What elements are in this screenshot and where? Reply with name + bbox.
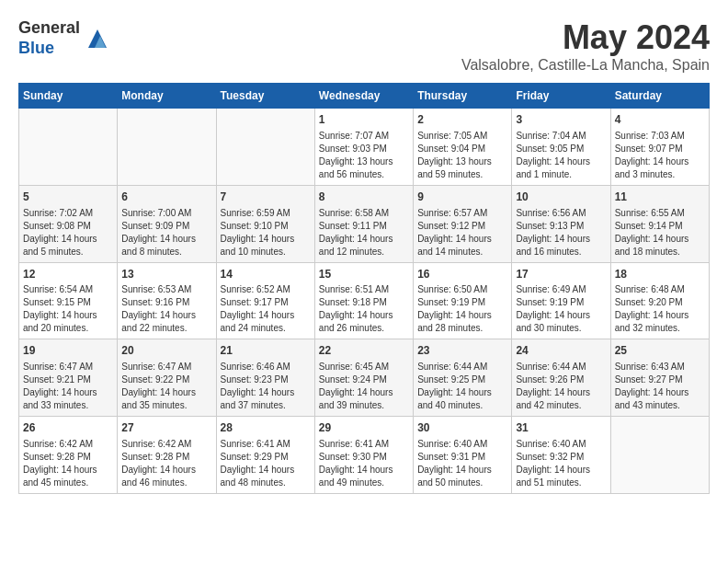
day-number: 1 — [319, 112, 409, 128]
calendar-cell: 28Sunrise: 6:41 AMSunset: 9:29 PMDayligh… — [216, 417, 314, 494]
day-number: 29 — [319, 420, 409, 436]
calendar-cell: 25Sunrise: 6:43 AMSunset: 9:27 PMDayligh… — [610, 339, 709, 417]
calendar-cell: 14Sunrise: 6:52 AMSunset: 9:17 PMDayligh… — [216, 262, 314, 339]
day-number: 7 — [221, 190, 311, 205]
day-number: 21 — [221, 343, 311, 359]
calendar-cell: 17Sunrise: 6:49 AMSunset: 9:19 PMDayligh… — [512, 262, 610, 339]
calendar-header-sunday: Sunday — [19, 84, 118, 109]
day-info: Sunrise: 6:43 AMSunset: 9:27 PMDaylight:… — [615, 361, 705, 412]
day-number: 25 — [615, 343, 705, 359]
day-number: 2 — [417, 112, 507, 128]
calendar-week-row: 5Sunrise: 7:02 AMSunset: 9:08 PMDaylight… — [19, 185, 710, 262]
day-number: 4 — [615, 112, 705, 128]
month-title: May 2024 — [461, 18, 710, 57]
calendar-cell: 26Sunrise: 6:42 AMSunset: 9:28 PMDayligh… — [19, 417, 118, 494]
day-info: Sunrise: 6:42 AMSunset: 9:28 PMDaylight:… — [121, 438, 211, 489]
calendar-cell: 22Sunrise: 6:45 AMSunset: 9:24 PMDayligh… — [314, 339, 413, 417]
day-info: Sunrise: 6:50 AMSunset: 9:19 PMDaylight:… — [417, 283, 507, 335]
calendar-cell: 10Sunrise: 6:56 AMSunset: 9:13 PMDayligh… — [512, 185, 610, 262]
calendar-cell — [216, 109, 314, 186]
day-number: 30 — [417, 420, 507, 436]
logo-blue-text: Blue — [18, 39, 80, 59]
calendar-cell: 6Sunrise: 7:00 AMSunset: 9:09 PMDaylight… — [118, 185, 216, 262]
calendar-cell: 27Sunrise: 6:42 AMSunset: 9:28 PMDayligh… — [118, 417, 216, 494]
calendar-cell: 8Sunrise: 6:58 AMSunset: 9:11 PMDaylight… — [314, 185, 413, 262]
calendar-cell: 31Sunrise: 6:40 AMSunset: 9:32 PMDayligh… — [512, 417, 610, 494]
calendar-cell: 15Sunrise: 6:51 AMSunset: 9:18 PMDayligh… — [314, 262, 413, 339]
day-info: Sunrise: 6:45 AMSunset: 9:24 PMDaylight:… — [319, 361, 409, 412]
calendar-cell: 5Sunrise: 7:02 AMSunset: 9:08 PMDaylight… — [19, 185, 118, 262]
day-number: 22 — [319, 343, 409, 359]
calendar-cell — [118, 109, 216, 186]
day-info: Sunrise: 6:42 AMSunset: 9:28 PMDaylight:… — [23, 438, 113, 489]
calendar-cell: 11Sunrise: 6:55 AMSunset: 9:14 PMDayligh… — [610, 185, 709, 262]
day-number: 6 — [121, 190, 211, 205]
calendar-cell: 21Sunrise: 6:46 AMSunset: 9:23 PMDayligh… — [216, 339, 314, 417]
day-info: Sunrise: 7:07 AMSunset: 9:03 PMDaylight:… — [319, 130, 409, 181]
day-info: Sunrise: 6:56 AMSunset: 9:13 PMDaylight:… — [516, 207, 606, 259]
logo: General Blue — [18, 18, 111, 58]
day-info: Sunrise: 6:57 AMSunset: 9:12 PMDaylight:… — [417, 207, 507, 259]
location-title: Valsalobre, Castille-La Mancha, Spain — [461, 57, 710, 74]
calendar-cell: 30Sunrise: 6:40 AMSunset: 9:31 PMDayligh… — [414, 417, 512, 494]
day-number: 9 — [417, 190, 507, 205]
calendar-cell: 2Sunrise: 7:05 AMSunset: 9:04 PMDaylight… — [414, 109, 512, 186]
day-number: 8 — [319, 190, 409, 205]
calendar-week-row: 12Sunrise: 6:54 AMSunset: 9:15 PMDayligh… — [19, 262, 710, 339]
day-info: Sunrise: 7:04 AMSunset: 9:05 PMDaylight:… — [516, 130, 606, 181]
calendar-table: SundayMondayTuesdayWednesdayThursdayFrid… — [18, 83, 710, 494]
day-info: Sunrise: 6:52 AMSunset: 9:17 PMDaylight:… — [221, 283, 311, 335]
logo-general-text: General — [18, 18, 80, 39]
calendar-header-monday: Monday — [118, 84, 216, 109]
day-info: Sunrise: 6:44 AMSunset: 9:25 PMDaylight:… — [417, 361, 507, 412]
day-number: 15 — [319, 267, 409, 282]
header: General Blue May 2024 Valsalobre, Castil… — [18, 18, 710, 74]
calendar-header-thursday: Thursday — [414, 84, 512, 109]
day-info: Sunrise: 6:44 AMSunset: 9:26 PMDaylight:… — [516, 361, 606, 412]
calendar-header-friday: Friday — [512, 84, 610, 109]
calendar-header-saturday: Saturday — [610, 84, 709, 109]
day-info: Sunrise: 7:00 AMSunset: 9:09 PMDaylight:… — [121, 207, 211, 259]
calendar-cell: 13Sunrise: 6:53 AMSunset: 9:16 PMDayligh… — [118, 262, 216, 339]
day-info: Sunrise: 6:40 AMSunset: 9:31 PMDaylight:… — [417, 438, 507, 489]
day-number: 14 — [221, 267, 311, 282]
calendar-cell: 1Sunrise: 7:07 AMSunset: 9:03 PMDaylight… — [314, 109, 413, 186]
day-number: 31 — [516, 420, 606, 436]
day-info: Sunrise: 6:59 AMSunset: 9:10 PMDaylight:… — [221, 207, 311, 259]
day-info: Sunrise: 6:51 AMSunset: 9:18 PMDaylight:… — [319, 283, 409, 335]
day-info: Sunrise: 7:05 AMSunset: 9:04 PMDaylight:… — [417, 130, 507, 181]
day-number: 28 — [221, 420, 311, 436]
day-info: Sunrise: 6:41 AMSunset: 9:29 PMDaylight:… — [221, 438, 311, 489]
day-number: 26 — [23, 420, 113, 436]
day-info: Sunrise: 6:55 AMSunset: 9:14 PMDaylight:… — [615, 207, 705, 259]
calendar-week-row: 1Sunrise: 7:07 AMSunset: 9:03 PMDaylight… — [19, 109, 710, 186]
day-number: 3 — [516, 112, 606, 128]
calendar-cell: 20Sunrise: 6:47 AMSunset: 9:22 PMDayligh… — [118, 339, 216, 417]
calendar-header-tuesday: Tuesday — [216, 84, 314, 109]
day-info: Sunrise: 7:03 AMSunset: 9:07 PMDaylight:… — [615, 130, 705, 181]
day-info: Sunrise: 6:47 AMSunset: 9:22 PMDaylight:… — [121, 361, 211, 412]
calendar-cell — [610, 417, 709, 494]
day-info: Sunrise: 6:53 AMSunset: 9:16 PMDaylight:… — [121, 283, 211, 335]
day-info: Sunrise: 6:49 AMSunset: 9:19 PMDaylight:… — [516, 283, 606, 335]
day-info: Sunrise: 6:47 AMSunset: 9:21 PMDaylight:… — [23, 361, 113, 412]
calendar-cell: 9Sunrise: 6:57 AMSunset: 9:12 PMDaylight… — [414, 185, 512, 262]
logo-icon — [84, 25, 111, 52]
day-number: 10 — [516, 190, 606, 205]
calendar-cell: 4Sunrise: 7:03 AMSunset: 9:07 PMDaylight… — [610, 109, 709, 186]
day-info: Sunrise: 6:54 AMSunset: 9:15 PMDaylight:… — [23, 283, 113, 335]
calendar-cell: 24Sunrise: 6:44 AMSunset: 9:26 PMDayligh… — [512, 339, 610, 417]
day-number: 23 — [417, 343, 507, 359]
day-info: Sunrise: 7:02 AMSunset: 9:08 PMDaylight:… — [23, 207, 113, 259]
day-number: 19 — [23, 343, 113, 359]
calendar-header-wednesday: Wednesday — [314, 84, 413, 109]
day-number: 5 — [23, 190, 113, 205]
day-info: Sunrise: 6:46 AMSunset: 9:23 PMDaylight:… — [221, 361, 311, 412]
day-info: Sunrise: 6:40 AMSunset: 9:32 PMDaylight:… — [516, 438, 606, 489]
day-number: 24 — [516, 343, 606, 359]
calendar-cell: 16Sunrise: 6:50 AMSunset: 9:19 PMDayligh… — [414, 262, 512, 339]
day-info: Sunrise: 6:58 AMSunset: 9:11 PMDaylight:… — [319, 207, 409, 259]
calendar-week-row: 26Sunrise: 6:42 AMSunset: 9:28 PMDayligh… — [19, 417, 710, 494]
calendar-cell — [19, 109, 118, 186]
day-number: 16 — [417, 267, 507, 282]
